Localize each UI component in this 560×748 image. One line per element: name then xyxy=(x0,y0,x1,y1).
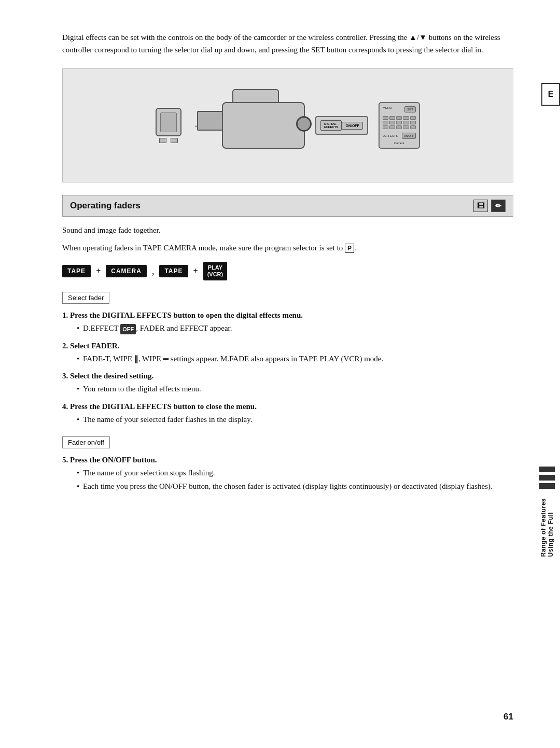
tape-button-1: TAPE xyxy=(62,265,91,277)
step-1-bullets: D.EFFECT OFF, FADER and EFFECT appear. xyxy=(77,322,513,335)
viewfinder-screen xyxy=(160,112,177,132)
rc-keys-grid xyxy=(383,116,416,129)
cam-handle xyxy=(232,89,279,104)
stripe-1 xyxy=(539,467,555,472)
step-5-heading: 5. Press the ON/OFF button. xyxy=(62,456,513,464)
digital-effects-btn: DIGITALEFFECTS xyxy=(320,120,342,131)
step-3-bullets: You return to the digital effects menu. xyxy=(77,383,513,396)
viewfinder-diagram xyxy=(156,108,181,143)
section-header: Operating faders 🎞 ✏ xyxy=(62,195,513,217)
tab-letter: E xyxy=(548,90,554,99)
rc-on-off-btn: ON/OFF xyxy=(402,133,416,139)
stripe-3 xyxy=(539,483,555,489)
de-panel-top: DIGITALEFFECTS ON/OFF xyxy=(320,120,363,131)
step-2-heading: 2. Select FADER. xyxy=(62,342,513,350)
cam-back-screen xyxy=(197,111,223,131)
step-1-num: 1. xyxy=(62,311,68,319)
cam-main-body xyxy=(222,102,305,149)
step-5: 5. Press the ON/OFF button. The name of … xyxy=(62,456,513,493)
cam-lens xyxy=(296,116,312,132)
list-item: The name of your selected fader flashes … xyxy=(77,413,513,427)
rc-set-btn: SET xyxy=(404,106,416,112)
tape-icon: 🎞 xyxy=(473,200,488,212)
rc-key xyxy=(389,125,395,129)
rc-key xyxy=(396,125,402,129)
section-tab-e: E xyxy=(541,83,560,106)
step-3-heading: 3. Select the desired setting. xyxy=(62,372,513,380)
page-container: E Digital effects can be set with the co… xyxy=(0,0,560,748)
list-item: FADE-T, WIPE ‖, WIPE ═ settings appear. … xyxy=(77,352,513,366)
fader-on-off-label: Fader on/off xyxy=(62,436,110,448)
diagram-illustration: → DIGITALEFFECTS ON/OFF MENU xyxy=(62,68,513,182)
rc-top: MENU SET xyxy=(383,106,416,112)
step-2: 2. Select FADER. FADE-T, WIPE ‖, WIPE ═ … xyxy=(62,342,513,366)
pen-icon: ✏ xyxy=(491,200,506,212)
rc-key xyxy=(410,116,416,120)
step-3: 3. Select the desired setting. You retur… xyxy=(62,372,513,396)
rc-key xyxy=(403,121,409,124)
stripe-group xyxy=(539,467,555,489)
sidebar-label-container: Using the Full Range of Features xyxy=(539,467,555,557)
step-2-bullets: FADE-T, WIPE ‖, WIPE ═ settings appear. … xyxy=(77,352,513,366)
rc-key xyxy=(410,125,416,129)
step-5-bullets: The name of your selection stops flashin… xyxy=(77,467,513,493)
step-1: 1. Press the DIGITAL EFFECTS button to o… xyxy=(62,311,513,335)
vf-icon-left xyxy=(159,138,166,143)
rc-key xyxy=(383,125,388,129)
camera-button: CAMERA xyxy=(106,265,147,277)
rc-camera-label: Camera xyxy=(383,142,416,145)
list-item: Each time you press the ON/OFF button, t… xyxy=(77,480,513,493)
rc-key xyxy=(389,116,395,120)
on-off-btn-panel: ON/OFF xyxy=(342,122,362,130)
rc-key xyxy=(383,121,388,124)
body-line1: Sound and image fade together. xyxy=(62,224,513,237)
intro-paragraph: Digital effects can be set with the cont… xyxy=(62,31,513,56)
step-4-heading: 4. Press the DIGITAL EFFECTS button to c… xyxy=(62,402,513,411)
sidebar-text-label: Using the Full Range of Features xyxy=(540,498,554,557)
rc-key xyxy=(383,116,388,120)
play-vcr-button: PLAY (VCR) xyxy=(203,262,228,280)
stripe-2 xyxy=(539,475,555,481)
rc-bottom-row: DEFFECTS ON/OFF xyxy=(383,133,416,139)
page-number: 61 xyxy=(503,712,513,722)
comma-separator: , xyxy=(152,266,155,277)
plus-sign-1: + xyxy=(96,266,101,276)
rc-key xyxy=(396,121,402,124)
diagram-inner: → DIGITALEFFECTS ON/OFF MENU xyxy=(145,97,430,154)
vf-icon-right xyxy=(171,138,178,143)
rc-key xyxy=(403,125,409,129)
section-title: Operating faders xyxy=(70,201,141,211)
body-line2: When operating faders in TAPE CAMERA mod… xyxy=(62,242,513,255)
tape-button-2: TAPE xyxy=(159,265,188,277)
off-badge: OFF xyxy=(120,324,136,335)
rc-key xyxy=(389,121,395,124)
rc-effects-label: DEFFECTS xyxy=(383,134,398,137)
viewfinder-rect xyxy=(156,108,181,136)
list-item: D.EFFECT OFF, FADER and EFFECT appear. xyxy=(77,322,513,335)
list-item: You return to the digital effects menu. xyxy=(77,383,513,396)
rc-key xyxy=(403,116,409,120)
p-icon: P xyxy=(345,244,354,253)
camcorder-diagram xyxy=(222,102,305,149)
rc-key xyxy=(396,116,402,120)
plus-sign-2: + xyxy=(193,266,198,276)
list-item: The name of your selection stops flashin… xyxy=(77,467,513,480)
step-4: 4. Press the DIGITAL EFFECTS button to c… xyxy=(62,402,513,427)
remote-controller-diagram: MENU SET xyxy=(379,102,420,149)
digital-effects-panel: DIGITALEFFECTS ON/OFF xyxy=(315,116,368,135)
step-4-bullets: The name of your selected fader flashes … xyxy=(77,413,513,427)
step-1-heading: 1. Press the DIGITAL EFFECTS button to o… xyxy=(62,311,513,320)
select-fader-label: Select fader xyxy=(62,292,109,304)
rc-key xyxy=(410,121,416,124)
button-row: TAPE + CAMERA , TAPE + PLAY (VCR) xyxy=(62,262,513,280)
rc-menu-label: MENU xyxy=(383,106,392,109)
vf-bottom-icons xyxy=(159,138,178,143)
header-icons: 🎞 ✏ xyxy=(473,200,506,212)
